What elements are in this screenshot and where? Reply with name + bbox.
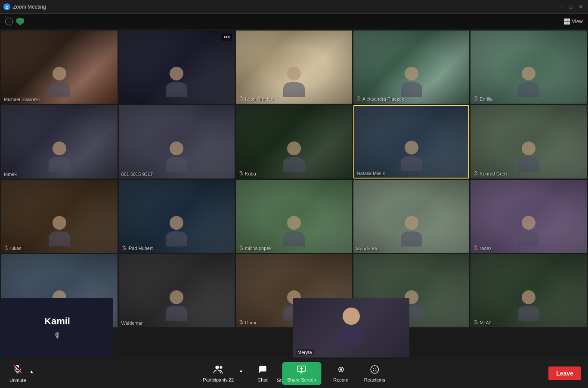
participant-avatar bbox=[49, 67, 70, 97]
tile-name-bar: lukas bbox=[4, 245, 22, 251]
video-tile: tomek bbox=[1, 105, 118, 178]
shield-icon bbox=[16, 18, 24, 25]
toolbar-center: Participants 22 ▲ Chat bbox=[199, 362, 388, 385]
participant-name: Michael Sliwinski bbox=[4, 97, 40, 102]
participant-avatar bbox=[518, 290, 539, 321]
participant-avatar bbox=[49, 216, 70, 246]
muted-icon bbox=[473, 96, 478, 102]
top-bar: i View bbox=[0, 14, 588, 29]
unmute-arrow[interactable]: ▲ bbox=[29, 367, 36, 380]
kamil-mute-icon: 🎙 bbox=[53, 331, 61, 340]
muted-icon bbox=[238, 96, 244, 102]
titlebar-text: Zoom Meeting bbox=[13, 4, 46, 10]
reactions-icon bbox=[370, 365, 379, 376]
participant-name: Natalia Mialik bbox=[357, 171, 385, 176]
mic-muted-icon bbox=[13, 364, 22, 376]
video-tile: iPad Hubert bbox=[119, 180, 235, 253]
tile-name-bar: 861 6015 9317 bbox=[121, 172, 153, 177]
muted-icon bbox=[238, 171, 244, 177]
participant-avatar bbox=[166, 142, 187, 172]
view-button[interactable]: View bbox=[564, 18, 583, 25]
leave-button[interactable]: Leave bbox=[548, 366, 581, 380]
muted-icon bbox=[473, 320, 478, 326]
chat-icon bbox=[258, 365, 267, 376]
participant-name: lukas bbox=[10, 246, 22, 251]
grid-view-icon bbox=[564, 18, 570, 25]
tile-name-bar: Aleksandra Płaczek bbox=[356, 96, 404, 102]
svg-point-29 bbox=[373, 368, 374, 369]
kamil-video-tile: Kamil 🎙 bbox=[1, 298, 113, 357]
video-tile: Leon Omelan bbox=[236, 31, 352, 104]
video-tile: ••• bbox=[119, 31, 235, 104]
svg-point-20 bbox=[215, 366, 219, 369]
participant-avatar bbox=[166, 67, 187, 97]
unmute-split-button[interactable]: Unmute ▲ bbox=[7, 363, 35, 385]
participant-avatar bbox=[166, 216, 187, 246]
tile-name-bar: Kuba bbox=[238, 171, 256, 177]
tile-name-bar: Domi bbox=[238, 320, 256, 326]
muted-icon bbox=[356, 96, 361, 102]
tile-name-bar: iPad Hubert bbox=[121, 245, 153, 251]
participant-name: radex bbox=[480, 246, 492, 251]
video-grid: Michael Sliwinski•••Leon OmelanAleksandr… bbox=[0, 29, 588, 329]
muted-icon bbox=[4, 245, 9, 251]
close-button[interactable]: ✕ bbox=[577, 3, 585, 11]
share-screen-button[interactable]: Share Screen bbox=[282, 362, 321, 385]
participant-avatar bbox=[166, 290, 187, 321]
participant-name: Konrad Greń bbox=[480, 171, 507, 176]
participant-name: tomek bbox=[4, 172, 17, 177]
unmute-button[interactable]: Unmute bbox=[7, 363, 29, 385]
participant-avatar bbox=[401, 67, 422, 97]
svg-point-27 bbox=[340, 368, 342, 371]
participant-avatar bbox=[518, 67, 539, 97]
participant-avatar bbox=[518, 142, 539, 172]
tile-name-bar: Michael Sliwinski bbox=[4, 97, 40, 102]
chat-button[interactable]: Chat bbox=[252, 363, 273, 384]
video-tile: lukas bbox=[1, 180, 118, 253]
participant-avatar bbox=[49, 142, 70, 172]
participant-name: Magda Bla bbox=[356, 246, 379, 251]
reactions-label: Reactions bbox=[364, 377, 385, 382]
record-button[interactable]: Record bbox=[330, 363, 352, 384]
tile-name-bar: michalpopek bbox=[238, 245, 272, 251]
title-bar-controls: − □ ✕ bbox=[559, 3, 585, 11]
title-bar-left: Z Zoom Meeting bbox=[3, 3, 46, 10]
video-tile: Mi A2 bbox=[470, 254, 587, 327]
reactions-button[interactable]: Reactions bbox=[361, 363, 389, 384]
tile-name-bar: Waldemar bbox=[121, 320, 143, 326]
tile-name-bar: Mi A2 bbox=[473, 320, 492, 326]
participant-avatar bbox=[283, 142, 305, 172]
video-tile: michalpopek bbox=[236, 180, 352, 253]
participant-name: Aleksandra Płaczek bbox=[362, 96, 404, 102]
muted-icon bbox=[121, 245, 127, 251]
participants-button[interactable]: Participants 22 bbox=[199, 363, 237, 384]
participant-name: iPad Hubert bbox=[128, 246, 153, 251]
title-bar: Z Zoom Meeting − □ ✕ bbox=[0, 0, 588, 14]
participants-arrow[interactable]: ▲ bbox=[239, 368, 243, 373]
muted-icon bbox=[473, 245, 478, 251]
participant-name: Waldemar bbox=[121, 320, 143, 326]
speaker-name-label: Meryta bbox=[296, 349, 314, 355]
tile-more-button[interactable]: ••• bbox=[221, 33, 232, 41]
participant-avatar bbox=[401, 141, 422, 171]
tile-name-bar: Magda Bla bbox=[356, 246, 379, 251]
svg-point-28 bbox=[371, 365, 378, 373]
tile-name-bar: Konrad Greń bbox=[473, 171, 507, 177]
info-icon[interactable]: i bbox=[5, 18, 13, 25]
participant-avatar bbox=[401, 216, 422, 246]
tile-name-bar: Natalia Mialik bbox=[357, 171, 385, 176]
top-bar-left: i bbox=[5, 18, 24, 25]
participant-name: Emilia bbox=[480, 96, 492, 102]
maximize-button[interactable]: □ bbox=[568, 3, 574, 11]
video-tile: Emilia bbox=[470, 31, 587, 104]
video-tile: •••861 6015 9317 bbox=[119, 105, 235, 178]
svg-text:Z: Z bbox=[6, 5, 8, 9]
participants-count: 22 bbox=[229, 377, 234, 382]
record-label: Record bbox=[333, 377, 348, 382]
video-tile: Konrad Greń bbox=[470, 105, 587, 178]
participant-name: 861 6015 9317 bbox=[121, 172, 153, 177]
share-screen-label: Share Screen bbox=[287, 377, 316, 382]
minimize-button[interactable]: − bbox=[559, 3, 565, 11]
tile-name-bar: tomek bbox=[4, 172, 17, 177]
tile-name-bar: Leon Omelan bbox=[238, 96, 273, 102]
